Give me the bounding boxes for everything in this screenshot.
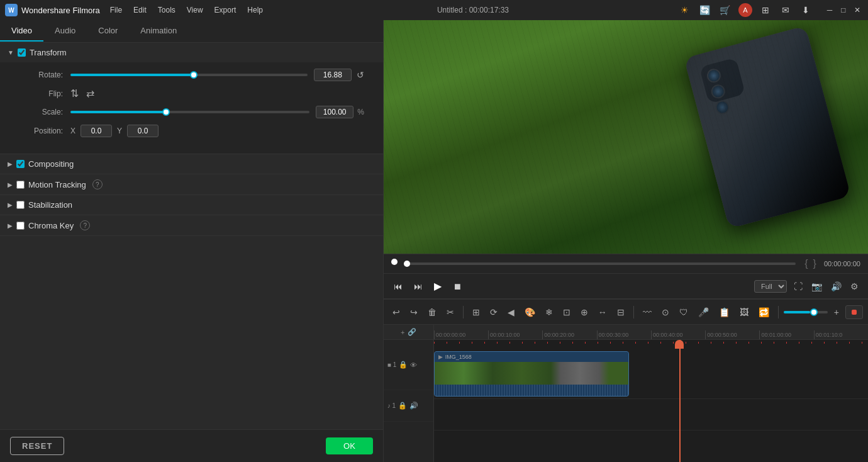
app-name: Wondershare Filmora [21,6,100,15]
window-controls: ─ □ ✕ [824,4,863,16]
settings-icon[interactable]: ⚙ [849,279,860,293]
mail-icon[interactable]: ✉ [779,3,793,17]
tab-animation[interactable]: Animation [129,21,188,42]
video-clip[interactable]: ▶ IMG_1568 [434,351,629,397]
playback-buttons: ⏮ ⏭ ▶ ⏹ [391,278,464,295]
stabilization-checkbox[interactable] [16,201,25,209]
timeline-content: 00:00:00:00 00:00:10:00 00:00:20:00 00:0… [434,325,868,462]
mic-button[interactable]: 🎤 [694,305,713,320]
add-media-button[interactable]: + [830,305,843,320]
eye-icon[interactable]: 👁 [410,361,417,369]
snapshot-icon[interactable]: 📷 [810,279,824,293]
menu-help[interactable]: Help [242,4,268,16]
sun-icon[interactable]: ☀ [678,3,692,17]
seek-slider[interactable] [404,262,796,265]
close-button[interactable]: ✕ [852,4,863,16]
left-bracket: { [804,258,808,269]
loop-button[interactable]: 🔁 [755,305,773,320]
motion-tracking-help-icon[interactable]: ? [92,179,103,189]
tab-audio[interactable]: Audio [43,21,87,42]
ruler-mark-2: 00:00:20:00 [542,330,596,339]
flip-vertical-icon[interactable]: ⇄ [86,87,94,99]
waveform-button[interactable]: 〰 [639,305,655,320]
copy-button[interactable]: 📋 [715,305,733,320]
chroma-key-section: ▶ Chroma Key ? [0,215,383,236]
speed-button[interactable]: ◀ [504,305,518,320]
volume-icon[interactable]: 🔊 [829,279,843,293]
effects-button[interactable]: ⊙ [658,305,673,320]
transform-header[interactable]: ▼ Transform [0,43,383,62]
maximize-button[interactable]: □ [838,4,849,16]
menu-file[interactable]: File [105,4,127,16]
fit-button[interactable]: ⊡ [559,305,574,320]
playback-controls: ⏮ ⏭ ▶ ⏹ Full 1/2 1/4 ⛶ 📷 🔊 ⚙ [384,273,868,298]
lock-icon[interactable]: 🔒 [399,361,408,369]
menu-tools[interactable]: Tools [153,4,181,16]
fullscreen-icon[interactable]: ⛶ [792,279,804,293]
rotate-slider[interactable] [70,74,308,76]
stabilization-header[interactable]: ▶ Stabilization [0,195,383,215]
track-options-icon[interactable]: 🔗 [408,328,416,336]
position-y-input[interactable] [127,125,159,137]
minimize-button[interactable]: ─ [824,4,835,16]
cut-button[interactable]: ✂ [443,305,458,320]
delete-button[interactable]: 🗑 [424,305,440,320]
reset-button[interactable]: RESET [10,437,64,455]
rotate-row: Rotate: ↺ [19,69,364,81]
mask-button[interactable]: 🛡 [676,305,692,320]
preview-area [384,20,868,254]
flip-horizontal-icon[interactable]: ⇅ [70,87,79,99]
cart-icon[interactable]: 🛒 [718,3,732,17]
audio-track-content[interactable] [434,399,868,430]
refresh-icon[interactable]: 🔄 [698,3,712,17]
play-button[interactable]: ▶ [431,278,444,295]
volume-slider[interactable] [784,311,828,313]
redo-button[interactable]: ↪ [406,305,421,320]
chroma-key-checkbox[interactable] [16,222,25,230]
audio-lock-icon[interactable]: 🔒 [398,402,407,410]
chroma-key-header[interactable]: ▶ Chroma Key ? [0,215,383,235]
transform-checkbox[interactable] [18,48,26,57]
compositing-checkbox[interactable] [16,160,25,168]
ruler-marks: 00:00:00:00 00:00:10:00 00:00:20:00 00:0… [434,330,868,339]
audio-mute-icon[interactable]: 🔊 [409,402,418,410]
scale-slider[interactable] [70,111,309,113]
account-icon[interactable]: A [738,3,752,17]
motion-tracking-header[interactable]: ▶ Motion Tracking ? [0,174,383,194]
transition-button[interactable]: ⊕ [577,305,592,320]
motion-tracking-arrow: ▶ [8,181,13,188]
zoom-select[interactable]: Full 1/2 1/4 [754,280,787,293]
menu-edit[interactable]: Edit [128,4,152,16]
crop-button[interactable]: ⊞ [469,305,484,320]
split-button[interactable]: ↔ [594,305,611,320]
thumbnail-button[interactable]: 🖼 [736,305,752,320]
audio-sep-btn[interactable]: ⊟ [613,305,628,320]
rotate-input[interactable] [314,69,352,81]
scale-input[interactable] [316,106,353,118]
undo-button[interactable]: ↩ [389,305,404,320]
position-x-input[interactable] [81,125,112,137]
color-button[interactable]: 🎨 [521,305,539,320]
menu-export[interactable]: Export [209,4,242,16]
add-track-icon[interactable]: + [401,329,404,336]
preview-video [384,20,868,254]
ok-button[interactable]: OK [326,437,373,454]
left-panel: Video Audio Color Animation ▼ Transform … [0,20,384,462]
record-button[interactable] [845,305,863,319]
rotate-reset-icon[interactable]: ↺ [357,70,364,80]
tab-color[interactable]: Color [87,21,129,42]
menu-view[interactable]: View [182,4,208,16]
right-panel: { } 00:00:00:00 ⏮ ⏭ ▶ ⏹ Full 1/2 1/4 ⛶ 📷… [384,20,868,462]
video-track-content[interactable]: ▶ IMG_1568 [434,349,868,398]
tab-video[interactable]: Video [0,21,43,42]
motion-tracking-checkbox[interactable] [16,181,25,189]
skip-back-button[interactable]: ⏮ [391,279,405,294]
step-back-button[interactable]: ⏭ [411,279,425,294]
freeze-button[interactable]: ❄ [542,305,557,320]
download-icon[interactable]: ⬇ [799,3,813,17]
rotate-btn[interactable]: ⟳ [486,305,501,320]
chroma-key-help-icon[interactable]: ? [80,220,90,230]
stop-button[interactable]: ⏹ [450,279,464,294]
compositing-header[interactable]: ▶ Compositing [0,154,383,174]
layout-icon[interactable]: ⊞ [759,3,772,17]
